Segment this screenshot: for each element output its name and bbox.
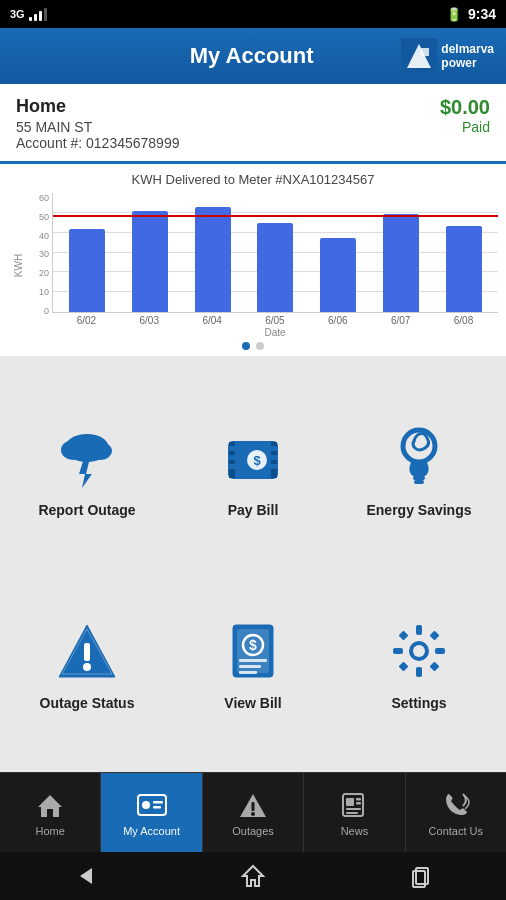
svg-rect-38: [399, 630, 409, 640]
svg-marker-57: [243, 866, 263, 886]
bar-604: [195, 207, 231, 312]
outage-status-button[interactable]: Outage Status: [8, 571, 166, 756]
svg-rect-48: [252, 802, 255, 811]
app-header: My Account delmarva power: [0, 28, 506, 84]
battery-icon: 🔋: [446, 7, 462, 22]
account-status: Paid: [440, 119, 490, 135]
nav-news[interactable]: News: [304, 773, 405, 852]
svg-marker-56: [80, 868, 92, 884]
nav-my-account[interactable]: My Account: [101, 773, 202, 852]
pay-bill-label: Pay Bill: [228, 502, 279, 518]
chart-dots: [8, 342, 498, 350]
svg-rect-10: [229, 455, 235, 460]
svg-rect-46: [153, 806, 161, 809]
settings-button[interactable]: Settings: [340, 571, 498, 756]
nav-home-label: Home: [36, 825, 65, 837]
nav-outages-label: Outages: [232, 825, 274, 837]
xlabel-608: 6/08: [445, 315, 481, 326]
logo-text: delmarva power: [441, 42, 494, 71]
view-bill-label: View Bill: [224, 695, 281, 711]
nav-contact-us[interactable]: Contact Us: [406, 773, 506, 852]
home-button[interactable]: [235, 858, 271, 894]
dot-1: [242, 342, 250, 350]
svg-rect-54: [346, 808, 361, 810]
svg-text:$: $: [249, 637, 257, 653]
threshold-line: [53, 215, 498, 217]
xlabel-603: 6/03: [131, 315, 167, 326]
svg-rect-41: [430, 661, 440, 671]
system-nav: [0, 852, 506, 900]
svg-point-24: [83, 663, 91, 671]
nav-home[interactable]: Home: [0, 773, 101, 852]
svg-rect-15: [271, 464, 277, 469]
bar-607: [383, 214, 419, 312]
svg-marker-42: [38, 795, 62, 817]
svg-rect-51: [346, 798, 354, 806]
account-card: Home 55 MAIN ST Account #: 012345678999 …: [0, 84, 506, 164]
energy-savings-label: Energy Savings: [366, 502, 471, 518]
dot-2: [256, 342, 264, 350]
outage-status-label: Outage Status: [40, 695, 135, 711]
nav-news-label: News: [341, 825, 369, 837]
account-address: 55 MAIN ST: [16, 119, 179, 135]
outage-status-icon: [53, 617, 121, 685]
bar-605: [257, 223, 293, 312]
action-grid: Report Outage $: [0, 362, 506, 772]
xlabel-604: 6/04: [194, 315, 230, 326]
signal-bars: [29, 8, 47, 21]
page-title: My Account: [102, 43, 401, 69]
y-axis-label: KWH: [14, 254, 25, 277]
account-number: Account #: 012345678999: [16, 135, 179, 151]
settings-icon: [385, 617, 453, 685]
svg-rect-30: [239, 665, 261, 668]
account-name: Home: [16, 96, 179, 117]
view-bill-button[interactable]: $ View Bill: [174, 571, 332, 756]
svg-rect-9: [229, 446, 235, 451]
time-display: 9:34: [468, 6, 496, 22]
y-tick-10: 10: [39, 287, 49, 297]
svg-rect-29: [239, 659, 267, 662]
svg-rect-45: [153, 801, 163, 804]
svg-point-33: [413, 645, 425, 657]
bottom-nav: Home My Account Outages: [0, 772, 506, 852]
energy-savings-button[interactable]: Energy Savings: [340, 378, 498, 563]
svg-rect-36: [393, 648, 403, 654]
bar-606: [320, 238, 356, 312]
svg-point-49: [251, 812, 255, 816]
bar-603: [132, 211, 168, 312]
y-tick-0: 0: [44, 306, 49, 316]
phone-icon: [440, 789, 472, 821]
xlabel-607: 6/07: [383, 315, 419, 326]
main-content: Home 55 MAIN ST Account #: 012345678999 …: [0, 84, 506, 772]
svg-rect-23: [84, 643, 90, 661]
report-outage-icon: [53, 424, 121, 492]
y-tick-60: 60: [39, 193, 49, 203]
svg-text:$: $: [253, 453, 261, 468]
svg-rect-52: [356, 798, 361, 801]
xlabel-606: 6/06: [320, 315, 356, 326]
status-bar: 3G 🔋 9:34: [0, 0, 506, 28]
svg-point-44: [142, 801, 150, 809]
svg-rect-53: [356, 802, 361, 805]
energy-savings-icon: [385, 424, 453, 492]
bar-602: [69, 229, 105, 312]
account-amount: $0.00: [440, 96, 490, 119]
settings-label: Settings: [391, 695, 446, 711]
report-outage-label: Report Outage: [38, 502, 135, 518]
bar-608: [446, 226, 482, 312]
view-bill-icon: $: [219, 617, 287, 685]
report-outage-button[interactable]: Report Outage: [8, 378, 166, 563]
svg-rect-13: [271, 446, 277, 451]
xlabel-605: 6/05: [257, 315, 293, 326]
recents-button[interactable]: [404, 858, 440, 894]
nav-outages[interactable]: Outages: [203, 773, 304, 852]
back-button[interactable]: [66, 858, 102, 894]
nav-my-account-label: My Account: [123, 825, 180, 837]
pay-bill-button[interactable]: $ Pay Bill: [174, 378, 332, 563]
logo-icon: [401, 38, 437, 74]
svg-rect-39: [430, 630, 440, 640]
xlabel-602: 6/02: [68, 315, 104, 326]
svg-marker-6: [79, 458, 92, 488]
svg-rect-14: [271, 455, 277, 460]
svg-rect-19: [413, 476, 425, 480]
